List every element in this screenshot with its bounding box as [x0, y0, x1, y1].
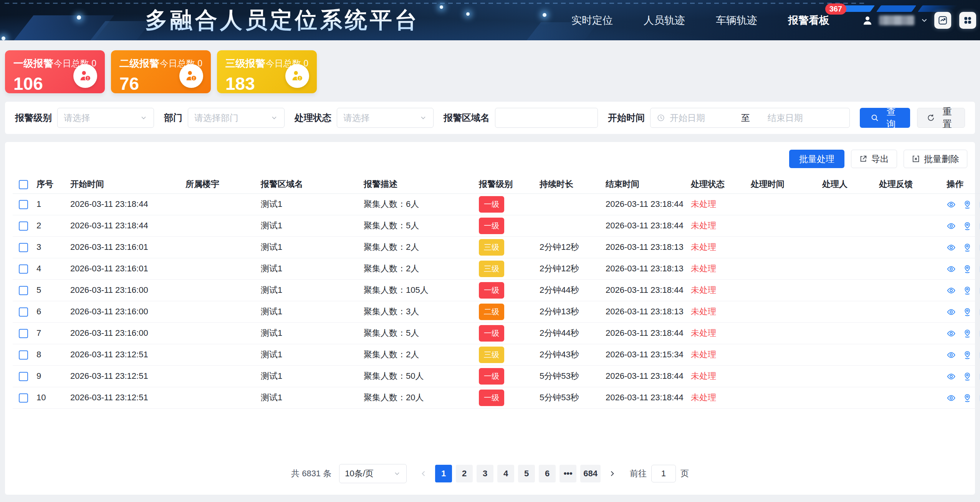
cell-start-time: 2026-03-11 23:18:44 [68, 215, 183, 236]
cell-area-name: 测试1 [258, 322, 361, 344]
view-icon[interactable] [947, 350, 956, 360]
prev-page-button[interactable] [416, 465, 431, 482]
row-checkbox[interactable] [19, 264, 28, 274]
cell-duration: 2分钟44秒 [537, 322, 603, 344]
row-checkbox[interactable] [19, 350, 28, 360]
cell-area-name: 测试1 [258, 258, 361, 279]
col-handler: 处理人 [820, 175, 877, 193]
status-text: 未处理 [691, 307, 716, 316]
row-checkbox[interactable] [19, 307, 28, 317]
user-name-blurred[interactable] [879, 15, 914, 25]
chart-shortcut-button[interactable] [934, 12, 951, 29]
level-select[interactable]: 请选择 [57, 108, 154, 128]
page-button-3[interactable]: 3 [477, 465, 493, 482]
page-button-2[interactable]: 2 [456, 465, 473, 482]
locate-pin-icon[interactable] [963, 393, 972, 403]
nav-item-alarm-board[interactable]: 报警看板 367 [788, 13, 829, 27]
row-checkbox[interactable] [19, 243, 28, 252]
batch-delete-button[interactable]: 批量删除 [904, 150, 967, 168]
view-icon[interactable] [947, 372, 956, 381]
view-icon[interactable] [947, 200, 956, 209]
view-icon[interactable] [947, 393, 956, 403]
nav-item-vehicle-track[interactable]: 车辆轨迹 [716, 13, 757, 27]
export-button[interactable]: 导出 [851, 150, 897, 168]
card-label: 二级报警 [119, 57, 159, 70]
table-row: 4 2026-03-11 23:16:01 测试1 聚集人数：2人 三级 2分钟… [13, 258, 980, 279]
locate-pin-icon[interactable] [963, 372, 972, 381]
date-range-picker[interactable]: 开始日期 至 结束日期 [650, 108, 850, 128]
cell-description: 聚集人数：5人 [361, 322, 477, 344]
filter-bar: 报警级别 请选择 部门 请选择部门 处理状态 请选择 报警区域名 开始时间 [5, 102, 975, 134]
view-icon[interactable] [947, 307, 956, 317]
nav-item-person-track[interactable]: 人员轨迹 [644, 13, 685, 27]
next-page-button[interactable] [604, 465, 620, 482]
page-button-last[interactable]: 684 [580, 465, 601, 482]
table-row: 9 2026-03-11 23:12:51 测试1 聚集人数：50人 一级 5分… [13, 365, 980, 387]
page-button-1[interactable]: 1 [435, 465, 452, 482]
status-text: 未处理 [691, 264, 716, 273]
goto-page-input[interactable]: 1 [651, 465, 676, 482]
reset-button[interactable]: 重置 [917, 108, 965, 128]
cell-start-time: 2026-03-11 23:18:44 [68, 193, 183, 215]
page-button-5[interactable]: 5 [518, 465, 535, 482]
locate-pin-icon[interactable] [963, 286, 972, 295]
user-area [862, 0, 976, 40]
page-button-6[interactable]: 6 [539, 465, 556, 482]
cell-handler [820, 215, 877, 236]
col-status: 处理状态 [689, 175, 748, 193]
date-to-separator: 至 [741, 112, 750, 124]
page-size-select[interactable]: 10条/页 [339, 464, 407, 483]
cell-handler [820, 344, 877, 365]
locate-pin-icon[interactable] [963, 264, 972, 274]
status-select[interactable]: 请选择 [337, 108, 434, 128]
locate-pin-icon[interactable] [963, 307, 972, 317]
row-checkbox[interactable] [19, 393, 28, 403]
cell-feedback [877, 258, 944, 279]
cell-building [183, 236, 258, 258]
row-checkbox[interactable] [19, 221, 28, 231]
locate-pin-icon[interactable] [963, 243, 972, 252]
cell-handle-time [748, 215, 820, 236]
cell-area-name: 测试1 [258, 193, 361, 215]
search-button[interactable]: 查询 [860, 108, 910, 128]
nav-item-realtime[interactable]: 实时定位 [571, 13, 613, 27]
cell-no: 6 [34, 301, 68, 322]
locate-pin-icon[interactable] [963, 350, 972, 360]
view-icon[interactable] [947, 286, 956, 295]
cell-area-name: 测试1 [258, 344, 361, 365]
row-checkbox[interactable] [19, 200, 28, 209]
view-icon[interactable] [947, 221, 956, 231]
view-icon[interactable] [947, 329, 956, 338]
alarm-person-icon [73, 64, 97, 88]
row-checkbox[interactable] [19, 372, 28, 381]
row-checkbox[interactable] [19, 329, 28, 338]
area-name-input[interactable] [495, 108, 598, 128]
cell-area-name: 测试1 [258, 365, 361, 387]
apps-grid-icon[interactable] [959, 12, 976, 29]
cell-handler [820, 301, 877, 322]
batch-process-button[interactable]: 批量处理 [789, 150, 844, 168]
chevron-down-icon[interactable] [920, 16, 929, 25]
cell-start-time: 2026-03-11 23:12:51 [68, 387, 183, 408]
col-start-time: 开始时间 [68, 175, 183, 193]
select-all-checkbox[interactable] [19, 180, 28, 189]
locate-pin-icon[interactable] [963, 221, 972, 231]
more-pages-button[interactable]: ••• [560, 465, 576, 482]
view-icon[interactable] [947, 264, 956, 274]
cell-area-name: 测试1 [258, 301, 361, 322]
view-icon[interactable] [947, 243, 956, 252]
chevron-down-icon [419, 114, 427, 122]
cell-no: 9 [34, 365, 68, 387]
locate-pin-icon[interactable] [963, 200, 972, 209]
page-button-4[interactable]: 4 [497, 465, 514, 482]
alarm-person-icon [179, 64, 203, 88]
cell-area-name: 测试1 [258, 279, 361, 301]
deco-glow-dot [77, 15, 81, 20]
locate-pin-icon[interactable] [963, 329, 972, 338]
total-count: 共 6831 条 [291, 468, 331, 479]
cell-duration: 5分钟53秒 [537, 365, 603, 387]
cell-area-name: 测试1 [258, 236, 361, 258]
row-checkbox[interactable] [19, 286, 28, 295]
dept-select[interactable]: 请选择部门 [188, 108, 285, 128]
cell-no: 2 [34, 215, 68, 236]
